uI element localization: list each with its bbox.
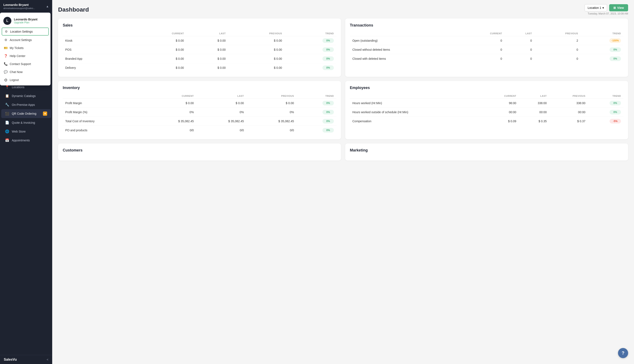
star-badge: ★ (43, 112, 47, 116)
row-previous: $ 0.00 (228, 36, 285, 45)
sidebar-item-dynamic-catalogs[interactable]: 📋 Dynamic Catalogs (1, 92, 51, 100)
sales-col-label (63, 31, 132, 36)
locations-icon: 📍 (5, 85, 9, 89)
row-label: POS (63, 45, 132, 54)
sidebar-item-on-premise-apps[interactable]: 🔧 On-Premise Apps (1, 100, 51, 109)
table-row: Kiosk$ 0.00$ 0.00$ 0.000% (63, 36, 336, 45)
page-title: Dashboard (58, 6, 89, 13)
view-button-icon: ⊞ (613, 6, 616, 10)
quote-invoicing-icon: 📄 (5, 120, 9, 124)
table-row: Profit Margin$ 0.00$ 0.00$ 0.000% (63, 99, 336, 108)
contact-support-label: Contact Support (10, 62, 31, 66)
chat-now-label: Chat Now (10, 70, 23, 74)
my-tickets-label: My Tickets (10, 46, 24, 50)
row-previous: $ 0.37 (549, 117, 588, 126)
customers-card: Customers (58, 144, 341, 160)
table-row: Open (outstanding)002-100% (350, 36, 623, 45)
location-settings-icon: ⚙ (4, 30, 8, 34)
sidebar-item-label: On-Premise Apps (12, 103, 35, 106)
location-settings-item[interactable]: ⚙ Location Settings (2, 28, 49, 36)
dynamic-catalogs-icon: 📋 (5, 94, 9, 98)
inv-col-current: CURRENT (146, 94, 196, 99)
sidebar-item-web-store[interactable]: 🌐 Web Store (1, 127, 51, 136)
row-trend: 0% (297, 108, 337, 117)
dropdown-user-name: Leonardo Bryant (14, 18, 38, 21)
brand-label: SalesVu (4, 358, 17, 362)
sidebar-user-header[interactable]: Leonardo Bryant ahmetsalesvusupport@sale… (0, 0, 52, 12)
page-header: Dashboard Location 1 ▾ ⊞ View Tuesday, M… (58, 4, 628, 15)
trans-col-previous: PREVIOUS (534, 31, 581, 36)
trend-badge: -5% (609, 119, 621, 124)
sales-col-trend: TREND (285, 31, 336, 36)
help-center-item[interactable]: ❓ Help Center (0, 52, 51, 60)
sidebar-collapse-button[interactable]: < (47, 358, 49, 361)
row-label: Compensation (350, 117, 482, 126)
inventory-card-title: Inventory (63, 86, 336, 90)
logout-item[interactable]: ⏻ Logout (0, 76, 51, 84)
row-current: 0% (146, 108, 196, 117)
marketing-card: Marketing (345, 144, 628, 160)
help-icon: ? (621, 350, 624, 356)
contact-support-item[interactable]: 📞 Contact Support (0, 60, 51, 68)
sales-col-current: CURRENT (132, 31, 186, 36)
row-label: Closed with deleted items (350, 54, 460, 63)
row-previous: 336:00 (549, 99, 588, 108)
row-last: 0 (504, 45, 534, 54)
chat-now-item[interactable]: 💬 Chat Now (0, 68, 51, 76)
trans-col-current: CURRENT (460, 31, 504, 36)
row-last: 336:00 (519, 99, 549, 108)
help-center-label: Help Center (10, 54, 26, 58)
sales-table: CURRENT LAST PREVIOUS TREND Kiosk$ 0.00$… (63, 31, 336, 72)
help-button[interactable]: ? (618, 348, 628, 358)
trend-badge: 0% (609, 56, 621, 61)
row-current: 00:00 (482, 108, 519, 117)
table-row: Closed with deleted items0000% (350, 54, 623, 63)
sidebar-item-label: Locations (12, 86, 25, 89)
row-current: $ 0.00 (132, 45, 186, 54)
sidebar-user-email: ahmetsalesvusupport@sales... (3, 7, 35, 10)
account-settings-item[interactable]: ⚙ Account Settings (0, 36, 51, 44)
row-last: $ 0.00 (196, 99, 247, 108)
sidebar-item-label: Appointments (12, 139, 30, 142)
employees-card: Employees CURRENT LAST PREVIOUS TREND Ho… (345, 81, 628, 139)
row-trend: -100% (580, 36, 623, 45)
row-last: $ 0.00 (187, 45, 228, 54)
trend-badge: 0% (322, 119, 334, 124)
row-previous: 00:00 (549, 108, 588, 117)
upgrade-plan-link[interactable]: Upgrade Plan (14, 21, 38, 24)
table-row: Delivery$ 0.00$ 0.00$ 0.000% (63, 63, 336, 72)
table-row: Profit Margin (%)0%0%0%0% (63, 108, 336, 117)
row-current: $ 0.00 (146, 99, 196, 108)
user-dropdown-menu: L Leonardo Bryant Upgrade Plan ⚙ Locatio… (0, 12, 51, 86)
row-label: Hours worked outside of schedule (Hr:Min… (350, 108, 482, 117)
row-last: $ 0.00 (187, 54, 228, 63)
location-selector-chevron-icon: ▾ (602, 6, 604, 10)
location-selector[interactable]: Location 1 ▾ (584, 4, 607, 11)
row-label: Profit Margin (63, 99, 146, 108)
row-label: Kiosk (63, 36, 132, 45)
row-last: 00:00 (519, 108, 549, 117)
trend-badge: 0% (322, 66, 334, 70)
sidebar-user-name: Leonardo Bryant (3, 3, 35, 6)
sidebar: Leonardo Bryant ahmetsalesvusupport@sale… (0, 0, 52, 364)
web-store-icon: 🌐 (5, 130, 9, 134)
row-previous: 0 (534, 45, 581, 54)
row-label: Branded App (63, 54, 132, 63)
sales-col-last: LAST (187, 31, 228, 36)
row-previous: $ 0.00 (247, 99, 297, 108)
row-label: Closed without deleted items (350, 45, 460, 54)
logout-label: Logout (10, 78, 19, 82)
sidebar-item-qr-code-ordering[interactable]: ⬛ QR Code Ordering ★ (1, 109, 51, 118)
my-tickets-item[interactable]: 🎫 My Tickets (0, 44, 51, 52)
table-row: POS$ 0.00$ 0.00$ 0.000% (63, 45, 336, 54)
sidebar-item-quote-invoicing[interactable]: 📄 Quote & Invoicing (1, 118, 51, 127)
row-previous: $ 0.00 (228, 54, 285, 63)
table-row: Compensation$ 0.09$ 0.35$ 0.37-5% (350, 117, 623, 126)
row-last: $ 0.00 (187, 63, 228, 72)
row-current: $ 35,082.45 (146, 117, 196, 126)
sidebar-item-appointments[interactable]: 📅 Appointments (1, 136, 51, 144)
row-trend: 0% (297, 117, 337, 126)
view-button[interactable]: ⊞ View (609, 4, 628, 11)
row-last: 0 (504, 36, 534, 45)
row-current: 0 (460, 45, 504, 54)
